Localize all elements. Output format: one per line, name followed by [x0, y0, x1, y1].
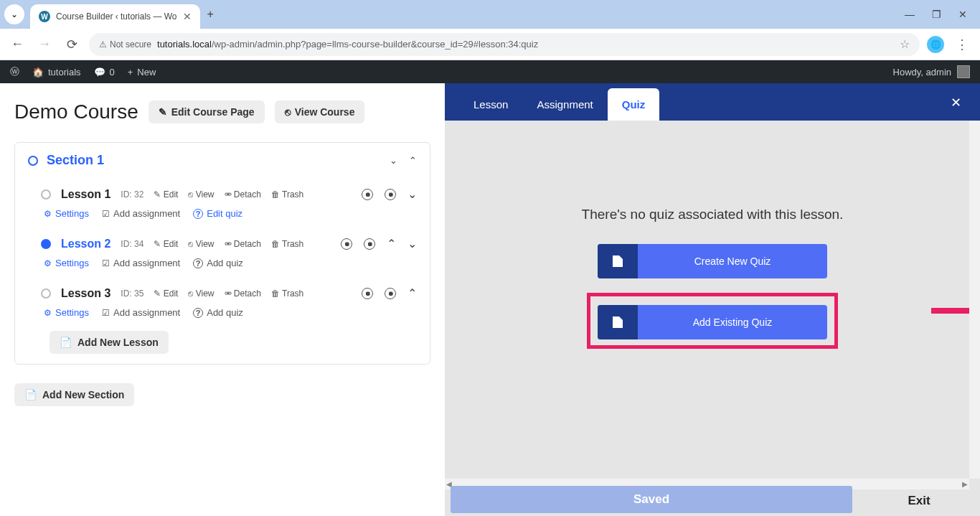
tab-title: Course Builder ‹ tutorials — Wo	[56, 11, 177, 22]
edit-lesson-link[interactable]: ✎ Edit	[154, 239, 178, 249]
empty-quiz-message: There's no quiz associated with this les…	[582, 207, 844, 222]
maximize-icon[interactable]: ❐	[932, 9, 941, 20]
address-bar[interactable]: ⚠ Not secure tutorials.local/wp-admin/ad…	[89, 33, 920, 56]
tab-assignment[interactable]: Assignment	[522, 88, 607, 121]
add-assignment-link[interactable]: Add assignment	[102, 307, 180, 318]
trash-lesson-link[interactable]: 🗑 Trash	[271, 239, 303, 249]
document-icon	[598, 244, 638, 278]
lesson-id: ID: 32	[121, 189, 143, 200]
avatar[interactable]	[957, 65, 970, 78]
create-new-quiz-button[interactable]: Create New Quiz	[598, 244, 827, 278]
circle-icon[interactable]: ⏺	[341, 238, 352, 250]
browser-tab[interactable]: W Course Builder ‹ tutorials — Wo ✕	[30, 4, 200, 29]
lesson-radio[interactable]	[41, 289, 51, 299]
highlight-annotation: Add Existing Quiz	[587, 293, 838, 349]
detach-lesson-link[interactable]: ⚮ Detach	[225, 239, 261, 249]
add-assignment-link[interactable]: Add assignment	[102, 258, 180, 268]
url-text: tutorials.local/wp-admin/admin.php?page=…	[157, 39, 538, 50]
reload-button[interactable]: ⟳	[62, 37, 82, 52]
chevron-up-icon[interactable]: ⌃	[407, 286, 417, 300]
vertical-scrollbar[interactable]	[969, 121, 980, 479]
close-panel-icon[interactable]: ✕	[946, 85, 966, 121]
comments-link[interactable]: 💬 0	[94, 67, 115, 78]
lesson-id: ID: 35	[121, 289, 143, 299]
new-link[interactable]: + New	[128, 67, 156, 78]
circle-icon[interactable]: ⏺	[385, 288, 396, 299]
trash-lesson-link[interactable]: 🗑 Trash	[271, 189, 303, 200]
saved-button[interactable]: Saved	[451, 486, 852, 513]
close-window-icon[interactable]: ✕	[958, 9, 967, 20]
close-tab-icon[interactable]: ✕	[183, 11, 192, 22]
site-link[interactable]: 🏠 tutorials	[32, 67, 81, 78]
lesson-title[interactable]: Lesson 3	[61, 287, 110, 300]
howdy-text[interactable]: Howdy, admin	[893, 67, 951, 78]
lesson-title[interactable]: Lesson 2	[61, 238, 110, 250]
add-new-lesson-button[interactable]: 📄 Add New Lesson	[50, 331, 169, 354]
circle-icon[interactable]: ⏺	[362, 189, 373, 200]
view-course-button[interactable]: ⎋ View Course	[275, 100, 365, 123]
add-new-section-button[interactable]: 📄 Add New Section	[14, 383, 134, 406]
course-title: Demo Course	[14, 100, 138, 123]
lesson-id: ID: 34	[121, 239, 143, 249]
trash-lesson-link[interactable]: 🗑 Trash	[271, 289, 303, 299]
quiz-link[interactable]: Edit quiz	[193, 208, 242, 219]
extension-icon[interactable]: 🌐	[927, 36, 944, 53]
browser-menu-icon[interactable]: ⋮	[951, 37, 973, 52]
tab-list-dropdown[interactable]: ⌄	[4, 4, 24, 24]
circle-icon[interactable]: ⏺	[385, 189, 396, 200]
minimize-icon[interactable]: ―	[905, 9, 915, 20]
edit-course-page-button[interactable]: ✎ Edit Course Page	[149, 100, 265, 123]
security-badge[interactable]: ⚠ Not secure	[99, 39, 151, 50]
edit-lesson-link[interactable]: ✎ Edit	[154, 289, 178, 299]
back-button[interactable]: ←	[7, 37, 27, 52]
bookmark-icon[interactable]: ☆	[900, 37, 910, 51]
tab-quiz[interactable]: Quiz	[608, 88, 660, 121]
new-tab-button[interactable]: +	[207, 8, 214, 21]
wordpress-favicon: W	[39, 11, 50, 22]
document-icon	[598, 305, 638, 339]
quiz-link[interactable]: Add quiz	[193, 258, 243, 268]
settings-link[interactable]: Settings	[44, 208, 89, 219]
wp-logo[interactable]: ⓦ	[10, 65, 19, 78]
chevron-up-icon[interactable]: ⌃	[409, 155, 417, 166]
lesson-title[interactable]: Lesson 1	[61, 188, 110, 201]
quiz-link[interactable]: Add quiz	[193, 307, 243, 318]
section-radio[interactable]	[28, 156, 38, 166]
tab-lesson[interactable]: Lesson	[459, 88, 522, 121]
settings-link[interactable]: Settings	[44, 307, 89, 318]
exit-button[interactable]: Exit	[858, 486, 980, 516]
lesson-radio[interactable]	[41, 239, 51, 249]
section-title[interactable]: Section 1	[47, 153, 104, 168]
detach-lesson-link[interactable]: ⚮ Detach	[225, 189, 261, 200]
lesson-radio[interactable]	[41, 189, 51, 200]
view-lesson-link[interactable]: ⎋ View	[188, 239, 214, 249]
forward-button[interactable]: →	[34, 37, 55, 52]
chevron-down-icon[interactable]: ⌄	[407, 237, 417, 250]
settings-link[interactable]: Settings	[44, 258, 89, 268]
view-lesson-link[interactable]: ⎋ View	[188, 189, 214, 200]
chevron-down-icon[interactable]: ⌄	[390, 155, 397, 166]
circle-icon[interactable]: ⏺	[364, 238, 375, 250]
edit-lesson-link[interactable]: ✎ Edit	[154, 189, 178, 200]
chevron-down-icon[interactable]: ⌄	[407, 187, 417, 201]
detach-lesson-link[interactable]: ⚮ Detach	[225, 289, 261, 299]
add-existing-quiz-button[interactable]: Add Existing Quiz	[598, 305, 827, 339]
circle-icon[interactable]: ⏺	[362, 288, 373, 299]
add-assignment-link[interactable]: Add assignment	[102, 208, 180, 219]
view-lesson-link[interactable]: ⎋ View	[188, 289, 214, 299]
chevron-up-icon[interactable]: ⌃	[387, 237, 396, 250]
